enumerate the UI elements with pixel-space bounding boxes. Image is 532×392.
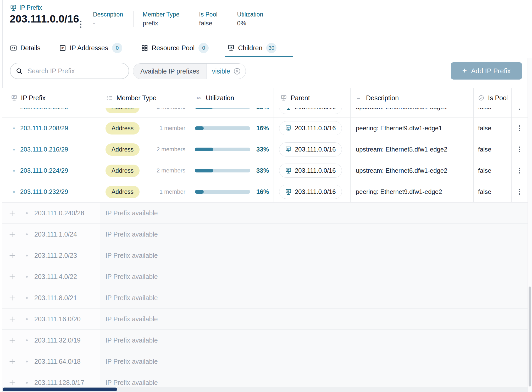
meta-label: Description — [93, 11, 123, 18]
utilization-value: 16% — [256, 188, 269, 195]
column-header-is-pool[interactable]: Is Pool — [474, 88, 512, 108]
search-input[interactable] — [27, 67, 123, 75]
title-kebab-menu[interactable] — [79, 17, 82, 29]
parent-label: 203.111.0.0/16 — [295, 146, 336, 153]
add-available-prefix-button[interactable] — [9, 231, 16, 238]
parent-pill[interactable]: 203.111.0.0/16 — [279, 121, 342, 135]
prefix-link[interactable]: 203.111.0.200/29 — [20, 108, 68, 111]
tab-ip-addresses[interactable]: IP Addresses 0 — [59, 39, 122, 57]
column-header-ip-prefix[interactable]: IP Prefix — [2, 88, 100, 108]
parent-pill[interactable]: 203.111.0.0/16 — [279, 185, 342, 199]
add-available-prefix-button[interactable] — [9, 252, 16, 259]
add-ip-prefix-button[interactable]: + Add IP Prefix — [451, 62, 522, 80]
row-bullet-icon — [13, 170, 15, 172]
available-status-text: IP Prefix available — [106, 337, 158, 344]
breadcrumb-label: IP Prefix — [19, 4, 42, 11]
column-icon — [281, 95, 287, 101]
add-available-prefix-button[interactable] — [9, 316, 16, 323]
vertical-scrollbar[interactable] — [528, 58, 532, 392]
row-bullet-icon — [26, 276, 28, 278]
column-header-utilization[interactable]: Utilization — [190, 88, 274, 108]
row-kebab-menu[interactable] — [517, 145, 522, 154]
utilization-bar — [195, 126, 250, 130]
tab-icon — [59, 44, 66, 52]
meta-value: - — [93, 20, 123, 27]
row-kebab-menu[interactable] — [517, 108, 522, 111]
row-kebab-menu[interactable] — [517, 124, 522, 133]
children-table: IP Prefix Member Type Utilization Parent… — [2, 88, 528, 392]
column-header-parent[interactable]: Parent — [274, 88, 351, 108]
description-text: upstream: Ethernet6.dfw1-edge2 — [356, 167, 447, 174]
row-bullet-icon — [26, 361, 28, 362]
row-bullet-icon — [26, 297, 28, 299]
ip-prefix-icon — [285, 189, 292, 195]
breadcrumb[interactable]: IP Prefix — [10, 4, 42, 11]
available-status-text: IP Prefix available — [106, 231, 158, 238]
parent-pill[interactable]: 203.111.0.0/16 — [279, 142, 342, 156]
tab-details[interactable]: Details — [10, 39, 40, 57]
add-available-prefix-button[interactable] — [9, 379, 16, 386]
horizontal-scrollbar[interactable] — [2, 387, 528, 392]
meta-field: Member Type prefix — [134, 11, 190, 27]
available-prefix-label: 203.111.8.0/21 — [34, 294, 77, 302]
prefix-link[interactable]: 203.111.0.216/29 — [20, 146, 68, 153]
plus-icon — [9, 231, 16, 238]
parent-label: 203.111.0.0/16 — [295, 108, 336, 111]
plus-icon — [9, 337, 16, 344]
plus-icon — [9, 316, 16, 323]
filter-chip-name: Available IP prefixes — [133, 64, 207, 79]
column-label: Utilization — [206, 94, 234, 102]
available-prefix-label: 203.111.2.0/23 — [34, 252, 77, 259]
prefix-link[interactable]: 203.111.0.208/29 — [20, 125, 68, 132]
plus-icon — [9, 379, 16, 386]
meta-value: prefix — [143, 20, 179, 27]
add-available-prefix-button[interactable] — [9, 273, 16, 280]
utilization-value: 16% — [256, 125, 269, 132]
description-text: upstream: Ethernet5.dfw1-edge2 — [356, 146, 447, 153]
remove-filter-icon[interactable] — [233, 68, 241, 75]
add-available-prefix-button[interactable] — [9, 337, 16, 344]
plus-icon: + — [462, 67, 467, 75]
horizontal-scrollbar-thumb[interactable] — [3, 388, 117, 391]
row-bullet-icon — [26, 255, 28, 256]
tab-label: Details — [20, 44, 40, 52]
column-label: IP Prefix — [21, 94, 46, 102]
column-header-member-type[interactable]: Member Type — [100, 88, 190, 108]
meta-label: Is Pool — [199, 11, 217, 18]
row-kebab-menu[interactable] — [517, 187, 522, 196]
row-bullet-icon — [26, 212, 28, 214]
meta-label: Member Type — [143, 11, 179, 18]
prefix-link[interactable]: 203.111.0.224/29 — [20, 167, 68, 174]
tab-label: Resource Pool — [152, 44, 195, 52]
add-available-prefix-button[interactable] — [9, 294, 16, 301]
search-box[interactable] — [10, 63, 129, 79]
tab-children[interactable]: Children 30 — [228, 39, 276, 57]
column-header-description[interactable]: Description — [351, 88, 474, 108]
add-available-prefix-button[interactable] — [9, 358, 16, 365]
ip-prefix-detail-page: IP Prefix 203.111.0.0/16 Description - M… — [0, 0, 532, 392]
row-kebab-menu[interactable] — [517, 166, 522, 175]
ip-prefix-icon — [285, 108, 292, 110]
tab-icon — [228, 44, 235, 52]
column-icon — [11, 95, 17, 101]
vertical-scrollbar-thumb[interactable] — [529, 287, 531, 387]
utilization-bar-fill — [195, 169, 213, 172]
table-row: 203.111.0.208/29 Address 1 member 16% 20… — [2, 118, 528, 139]
filter-chip-value: visible — [212, 68, 230, 75]
available-prefix-row: 203.111.2.0/23 IP Prefix available — [2, 245, 528, 266]
kebab-icon — [80, 21, 81, 28]
available-prefix-row: 203.111.0.240/28 IP Prefix available — [2, 203, 528, 224]
parent-pill[interactable]: 203.111.0.0/16 — [279, 164, 342, 178]
add-available-prefix-button[interactable] — [9, 210, 16, 217]
parent-label: 203.111.0.0/16 — [295, 167, 336, 174]
meta-field: Is Pool false — [190, 11, 228, 27]
tab-count-badge: 30 — [266, 43, 276, 53]
table-row: 203.111.0.216/29 Address 2 members 33% 2… — [2, 139, 528, 160]
meta-field: Description - — [93, 11, 134, 27]
available-prefix-row: 203.111.1.0/24 IP Prefix available — [2, 224, 528, 245]
available-prefix-label: 203.111.128.0/17 — [34, 379, 84, 387]
tab-resource-pool[interactable]: Resource Pool 0 — [141, 39, 209, 57]
column-label: Is Pool — [488, 94, 507, 102]
prefix-link[interactable]: 203.111.0.232/29 — [20, 188, 68, 195]
parent-pill[interactable]: 203.111.0.0/16 — [279, 108, 342, 114]
